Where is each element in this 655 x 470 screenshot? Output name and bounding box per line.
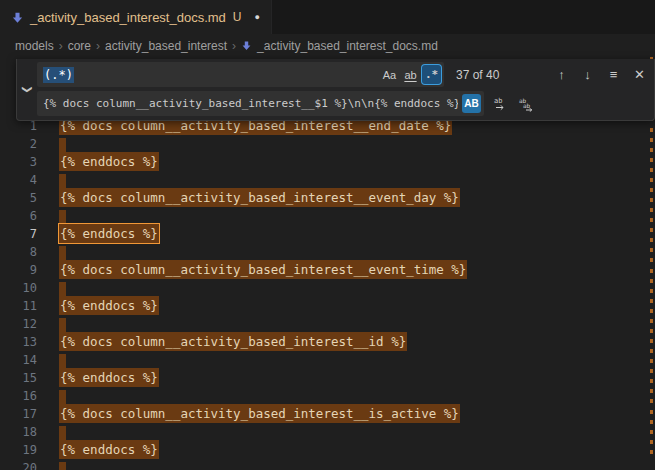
line-number: 15	[0, 369, 37, 387]
code-line[interactable]: 14	[0, 351, 647, 369]
find-match-empty	[59, 318, 66, 332]
find-match: {% docs column__activity_based_interest_…	[59, 188, 460, 207]
code-line[interactable]: 18	[0, 423, 647, 441]
find-match: {% enddocs %}	[59, 296, 159, 315]
code-line[interactable]: 9{% docs column__activity_based_interest…	[0, 261, 647, 279]
code-area[interactable]: 1{% docs column__activity_based_interest…	[0, 117, 647, 470]
line-text	[59, 135, 66, 153]
tab-filename: _activity_based_interest_docs.md	[30, 10, 226, 25]
line-text	[59, 387, 66, 405]
line-text: {% enddocs %}	[59, 369, 159, 387]
breadcrumb-item-file[interactable]: _activity_based_interest_docs.md	[241, 39, 438, 53]
chevron-right-icon: ›	[96, 39, 100, 53]
line-number: 18	[0, 423, 37, 441]
next-match-button[interactable]: ↓	[577, 64, 598, 85]
match-count: 37 of 40	[456, 68, 499, 82]
code-line[interactable]: 10	[0, 279, 647, 297]
line-text: {% docs column__activity_based_interest_…	[59, 261, 467, 279]
code-line[interactable]: 17{% docs column__activity_based_interes…	[0, 405, 647, 423]
breadcrumb-item-models[interactable]: models	[15, 39, 54, 53]
line-text: {% enddocs %}	[59, 441, 159, 459]
toggle-replace-button[interactable]: ❯	[17, 62, 37, 116]
line-number: 20	[0, 459, 37, 470]
line-text	[59, 423, 66, 441]
find-match: {% docs column__activity_based_interest_…	[59, 332, 407, 351]
replace-button[interactable]: ab	[489, 93, 510, 114]
chevron-right-icon: ›	[232, 39, 236, 53]
find-match: {% enddocs %}	[59, 440, 159, 459]
find-match: {% enddocs %}	[59, 152, 159, 171]
find-match-empty	[59, 138, 66, 152]
breadcrumb-file-label: _activity_based_interest_docs.md	[257, 39, 438, 53]
code-line[interactable]: 13{% docs column__activity_based_interes…	[0, 333, 647, 351]
line-number: 10	[0, 279, 37, 297]
line-text: {% enddocs %}	[59, 153, 159, 171]
previous-match-button[interactable]: ↑	[551, 64, 572, 85]
find-row: (.*) Aa ab .* 37 of 40 ↑ ↓ ≡ ✕	[37, 62, 650, 87]
line-text	[59, 279, 66, 297]
line-number: 12	[0, 315, 37, 333]
line-text: {% docs column__activity_based_interest_…	[59, 333, 407, 351]
line-text	[59, 315, 66, 333]
replace-input[interactable]: {% docs column__activity_based_interest_…	[37, 91, 484, 116]
breadcrumb-item-folder[interactable]: activity_based_interest	[105, 39, 227, 53]
code-line[interactable]: 19{% enddocs %}	[0, 441, 647, 459]
replace-all-button[interactable]: ab ab	[515, 93, 536, 114]
line-text	[59, 351, 66, 369]
close-button[interactable]: ✕	[629, 64, 650, 85]
line-number: 7	[0, 225, 37, 243]
chevron-down-icon: ❯	[21, 85, 32, 93]
find-match-empty	[59, 282, 66, 296]
find-match: {% docs column__activity_based_interest_…	[59, 404, 460, 423]
match-case-button[interactable]: Aa	[380, 65, 399, 84]
code-line[interactable]: 20	[0, 459, 647, 470]
line-text: {% enddocs %}	[59, 297, 159, 315]
search-input[interactable]: (.*) Aa ab .*	[37, 62, 444, 87]
editor-tab[interactable]: _activity_based_interest_docs.md U ●	[0, 0, 272, 34]
replace-row: {% docs column__activity_based_interest_…	[37, 91, 650, 116]
unsaved-dot-icon[interactable]: ●	[255, 12, 260, 22]
whole-word-button[interactable]: ab	[401, 65, 420, 84]
line-number: 17	[0, 405, 37, 423]
search-value: (.*)	[43, 67, 74, 83]
code-line[interactable]: 11{% enddocs %}	[0, 297, 647, 315]
code-line[interactable]: 2	[0, 135, 647, 153]
code-line[interactable]: 6	[0, 207, 647, 225]
line-number: 2	[0, 135, 37, 153]
code-line[interactable]: 12	[0, 315, 647, 333]
breadcrumb-item-core[interactable]: core	[68, 39, 91, 53]
preserve-case-button[interactable]: AB	[462, 94, 481, 113]
line-text: {% docs column__activity_based_interest_…	[59, 189, 460, 207]
editor[interactable]: 1{% docs column__activity_based_interest…	[0, 57, 655, 470]
line-number: 5	[0, 189, 37, 207]
markdown-file-icon	[241, 40, 252, 51]
code-line[interactable]: 5{% docs column__activity_based_interest…	[0, 189, 647, 207]
code-line[interactable]: 7{% enddocs %}	[0, 225, 647, 243]
code-line[interactable]: 4	[0, 171, 647, 189]
find-match: {% docs column__activity_based_interest_…	[59, 260, 467, 279]
find-replace-widget: ❯ (.*) Aa ab .* 37 of 40 ↑ ↓ ≡ ✕	[16, 59, 655, 121]
markdown-file-icon	[11, 11, 24, 24]
line-number: 9	[0, 261, 37, 279]
find-in-selection-button[interactable]: ≡	[603, 64, 624, 85]
line-number: 11	[0, 297, 37, 315]
line-text	[59, 207, 66, 225]
find-match-empty	[59, 174, 66, 188]
line-number: 19	[0, 441, 37, 459]
line-text	[59, 459, 66, 470]
code-line[interactable]: 16	[0, 387, 647, 405]
code-line[interactable]: 15{% enddocs %}	[0, 369, 647, 387]
line-number: 16	[0, 387, 37, 405]
find-match-empty	[59, 462, 66, 470]
replace-all-icon: ab ab	[518, 96, 534, 112]
find-match-empty	[59, 246, 66, 260]
breadcrumb: models › core › activity_based_interest …	[0, 34, 655, 57]
current-find-match: {% enddocs %}	[59, 224, 159, 243]
code-line[interactable]: 3{% enddocs %}	[0, 153, 647, 171]
code-line[interactable]: 8	[0, 243, 647, 261]
line-number: 6	[0, 207, 37, 225]
svg-text:ab: ab	[494, 97, 502, 105]
regex-button[interactable]: .*	[422, 65, 441, 84]
line-number: 3	[0, 153, 37, 171]
replace-icon: ab	[492, 96, 508, 112]
